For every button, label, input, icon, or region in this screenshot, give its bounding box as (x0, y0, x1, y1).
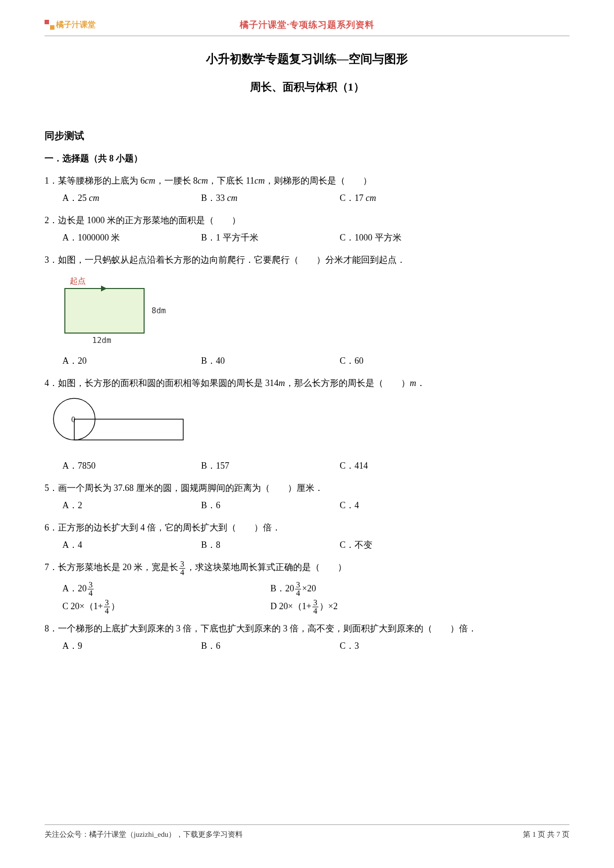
q7-d-frac: 34 (311, 599, 319, 615)
header-title: 橘子汁课堂·专项练习题系列资料 (240, 19, 374, 31)
q8-option-b: B．6 (201, 640, 340, 652)
q8-option-a: A．9 (62, 640, 201, 652)
q7-c-frac: 34 (103, 599, 111, 615)
question-2: 2．边长是 1000 米的正方形菜地的面积是（ ） (45, 212, 569, 229)
q7-b-pre: B．20 (270, 583, 294, 593)
page-footer: 关注公众号：橘子汁课堂（juzizhi_edu），下载更多学习资料 第 1 页 … (45, 824, 569, 839)
q1-option-b: B．33 cm (201, 192, 340, 204)
question-5: 5．画一个周长为 37.68 厘米的圆，圆规两脚间的距离为（ ）厘米． (45, 480, 569, 496)
footer-left: 关注公众号：橘子汁课堂（juzizhi_edu），下载更多学习资料 (45, 830, 243, 839)
q4-text-b: ，那么长方形的周长是（ ） (285, 378, 410, 388)
q1-unit-2: cm (198, 176, 208, 186)
q8-option-c: C．3 (340, 640, 478, 652)
q4-svg: 0 (50, 394, 198, 449)
q7-a-pre: A．20 (62, 583, 87, 593)
svg-rect-0 (65, 289, 144, 333)
q7-a-d: 4 (88, 589, 94, 597)
q1-text-b: ，一腰长 8 (155, 176, 198, 186)
q2-options: A．1000000 米 B．1 平方千米 C．1000 平方米 (62, 232, 569, 243)
q1-c-unit: cm (366, 193, 376, 203)
q2-option-b: B．1 平方千米 (201, 232, 340, 243)
q2-option-c: C．1000 平方米 (340, 232, 478, 243)
q7-b-post: ×20 (302, 583, 316, 593)
q7-text-b: ，求这块菜地周长算式正确的是（ ） (186, 562, 347, 572)
q7-b-frac: 34 (294, 581, 302, 597)
section-sync-test: 同步测试 (45, 129, 569, 143)
q2-option-a: A．1000000 米 (62, 232, 201, 243)
question-6: 6．正方形的边长扩大到 4 倍，它的周长扩大到（ ）倍． (45, 519, 569, 536)
q3-option-a: A．20 (62, 355, 201, 367)
q7-c-pre: C 20×（1+ (62, 601, 103, 611)
q5-option-b: B．6 (201, 499, 340, 511)
question-7: 7．长方形菜地长是 20 米，宽是长34，求这块菜地周长算式正确的是（ ） (45, 559, 569, 576)
q7-a-n: 3 (88, 581, 94, 589)
question-1: 1．某等腰梯形的上底为 6cm，一腰长 8cm，下底长 11cm，则梯形的周长是… (45, 172, 569, 189)
q7-c-post: ） (111, 601, 120, 611)
q7-frac-n: 3 (179, 560, 185, 569)
q5-option-c: C．4 (340, 499, 478, 511)
q3-option-b: B．40 (201, 355, 340, 367)
q3-rect-svg: 起点 8dm 12dm (62, 274, 181, 348)
q3-start-label: 起点 (70, 277, 86, 285)
q7-frac: 34 (178, 560, 186, 577)
q1-unit-3: cm (255, 176, 265, 186)
page-header: 橘子汁课堂 橘子汁课堂·专项练习题系列资料 (45, 15, 569, 35)
q7-option-d: D 20×（1+34）×2 (270, 597, 478, 615)
q4-option-a: A．7850 (62, 460, 201, 472)
footer-right: 第 1 页 共 7 页 (523, 830, 569, 839)
q7-options: A．2034 B．2034×20 C 20×（1+34） D 20×（1+34）… (62, 579, 569, 616)
q3-height-label: 8dm (152, 306, 166, 315)
q8-options: A．9 B．6 C．3 (62, 640, 569, 652)
q1-unit-1: cm (145, 176, 155, 186)
brand-logo: 橘子汁课堂 (45, 20, 96, 30)
doc-title: 小升初数学专题复习训练—空间与图形 (45, 51, 569, 67)
header-divider (45, 36, 569, 36)
q7-d-d: 4 (312, 607, 318, 615)
q4-text-a: 4．如图，长方形的面积和圆的面积相等如果圆的周长是 314 (45, 378, 279, 388)
q3-figure: 起点 8dm 12dm (62, 274, 171, 348)
q7-d-post: ）×2 (319, 601, 338, 611)
q7-option-c: C 20×（1+34） (62, 597, 270, 615)
q7-option-a: A．2034 (62, 579, 270, 597)
question-8: 8．一个梯形的上底扩大到原来的 3 倍，下底也扩大到原来的 3 倍，高不变，则面… (45, 620, 569, 637)
q6-option-a: A．4 (62, 539, 201, 551)
q1-a-unit: cm (89, 193, 100, 203)
q3-options: A．20 B．40 C．60 (62, 355, 569, 367)
logo-icon (45, 20, 54, 30)
q6-option-c: C．不变 (340, 539, 478, 551)
q7-d-n: 3 (312, 599, 318, 607)
q7-a-frac: 34 (87, 581, 95, 597)
q4-options: A．7850 B．157 C．414 (62, 460, 569, 472)
q7-b-d: 4 (295, 589, 301, 597)
logo-text: 橘子汁课堂 (56, 20, 96, 30)
q7-text-a: 7．长方形菜地长是 20 米，宽是长 (45, 562, 178, 572)
q7-option-b: B．2034×20 (270, 579, 478, 597)
q3-option-c: C．60 (340, 355, 478, 367)
q7-frac-d: 4 (179, 569, 185, 577)
q4-option-b: B．157 (201, 460, 340, 472)
q1-a-label: A．25 (62, 193, 89, 203)
part-1-title: 一．选择题（共 8 小题） (45, 152, 569, 164)
q4-text-c: ． (416, 378, 425, 388)
svg-rect-3 (74, 419, 183, 440)
q1-b-unit: cm (227, 193, 238, 203)
q1-c-label: C．17 (340, 193, 366, 203)
q7-b-n: 3 (295, 581, 301, 589)
q6-option-b: B．8 (201, 539, 340, 551)
q1-option-a: A．25 cm (62, 192, 201, 204)
q1-text-d: ，则梯形的周长是（ ） (265, 176, 372, 186)
question-4: 4．如图，长方形的面积和圆的面积相等如果圆的周长是 314m，那么长方形的周长是… (45, 375, 569, 391)
q7-c-n: 3 (104, 599, 110, 607)
q1-text-a: 1．某等腰梯形的上底为 6 (45, 176, 145, 186)
q3-width-label: 12dm (92, 336, 111, 345)
q4-figure: 0 (50, 394, 569, 451)
q1-options: A．25 cm B．33 cm C．17 cm (62, 192, 569, 204)
q6-options: A．4 B．8 C．不变 (62, 539, 569, 551)
question-3: 3．如图，一只蚂蚁从起点沿着长方形的边向前爬行．它要爬行（ ）分米才能回到起点． (45, 251, 569, 268)
q1-text-c: ，下底长 11 (208, 176, 255, 186)
q4-unit-1: m (279, 378, 285, 388)
q7-c-d: 4 (104, 607, 110, 615)
doc-subtitle: 周长、面积与体积（1） (45, 80, 569, 95)
q5-options: A．2 B．6 C．4 (62, 499, 569, 511)
q5-option-a: A．2 (62, 499, 201, 511)
